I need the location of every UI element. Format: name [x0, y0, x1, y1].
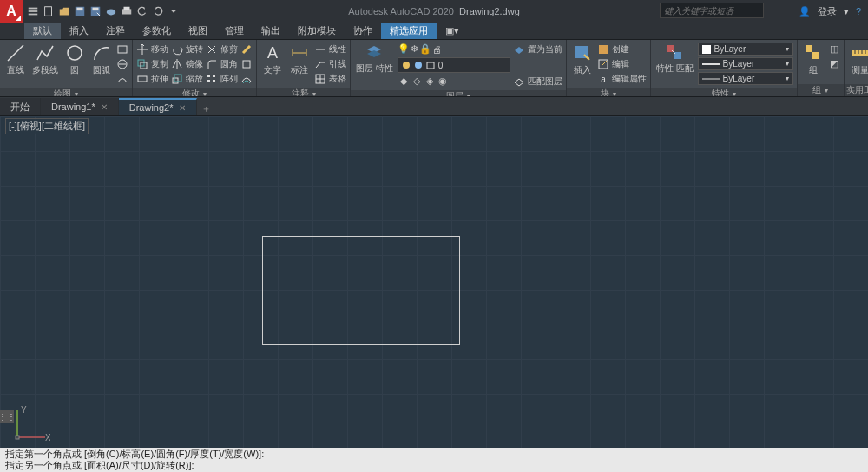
app-switcher-icon[interactable]: ▾ — [844, 6, 849, 17]
drawn-rectangle[interactable] — [262, 236, 460, 345]
edit-attr-button[interactable]: a编辑属性 — [597, 72, 647, 85]
tab-collab[interactable]: 协作 — [345, 23, 381, 39]
panel-label-group[interactable]: 组 — [798, 84, 844, 96]
tab-default[interactable]: 默认 — [24, 23, 61, 39]
new-icon[interactable] — [42, 4, 56, 18]
tab-output[interactable]: 输出 — [253, 23, 289, 39]
file-tab-drawing2[interactable]: Drawing2*✕ — [119, 98, 197, 115]
copy-button[interactable]: 复制 — [136, 57, 168, 70]
save-icon[interactable] — [73, 4, 87, 18]
redo-icon[interactable] — [151, 4, 165, 18]
user-icon[interactable]: 👤 — [799, 6, 811, 17]
create-block-button[interactable]: 创建 — [597, 43, 647, 56]
cmd-line-2: 指定另一个角点或 [面积(A)/尺寸(D)/旋转(R)]: — [5, 460, 863, 471]
tab-parametric[interactable]: 参数化 — [134, 23, 180, 39]
layer-uniso-icon[interactable]: ◇ — [411, 75, 423, 88]
rotate-button[interactable]: 旋转 — [171, 43, 203, 56]
match-props-button[interactable]: 特性 匹配 — [654, 43, 695, 73]
measure-button[interactable]: 测量 — [848, 43, 868, 76]
layer-freeze2-icon[interactable]: ◉ — [437, 75, 449, 88]
drawing-canvas[interactable]: [-][俯视][二维线框] Y X ⋮⋮ — [0, 116, 868, 448]
text-button[interactable]: A文字 — [260, 43, 285, 76]
panel-label-layer[interactable]: 图层 — [351, 90, 566, 97]
tab-view[interactable]: 视图 — [180, 23, 216, 39]
undo-icon[interactable] — [135, 4, 149, 18]
plot-icon[interactable] — [120, 4, 134, 18]
saveas-icon[interactable] — [89, 4, 102, 18]
svg-rect-19 — [173, 78, 178, 83]
fillet-button[interactable]: 圆角 — [206, 57, 238, 70]
search-input[interactable] — [660, 3, 764, 18]
trim-button[interactable]: 修剪 — [206, 43, 238, 56]
table-button[interactable]: 表格 — [314, 72, 346, 85]
tab-annotate[interactable]: 注释 — [97, 23, 134, 39]
ellipse-icon[interactable] — [116, 72, 128, 85]
view-label[interactable]: [-][俯视][二维线框] — [5, 118, 89, 134]
panel-annotate: A文字 标注 线性 引线 表格 注释 — [257, 40, 351, 96]
layer-freeze-icon[interactable]: ❄ — [411, 43, 418, 55]
layer-props-button[interactable]: 图层 特性 — [354, 43, 395, 73]
linear-dim-button[interactable]: 线性 — [314, 43, 346, 56]
close-icon[interactable]: ✕ — [179, 103, 186, 113]
line-button[interactable]: 直线 — [3, 43, 28, 76]
match-layer-button[interactable]: 匹配图层 — [513, 75, 562, 88]
file-tab-drawing1[interactable]: Drawing1*✕ — [41, 98, 119, 115]
dimension-button[interactable]: 标注 — [287, 43, 312, 76]
login-label[interactable]: 登录 — [818, 5, 837, 18]
move-button[interactable]: 移动 — [136, 43, 168, 56]
tab-overflow-icon[interactable]: ▣▾ — [437, 23, 468, 38]
linetype-select[interactable]: ByLayer — [698, 72, 793, 85]
layer-off-icon[interactable]: ◈ — [424, 75, 436, 88]
erase-icon[interactable] — [240, 43, 253, 56]
group-edit-icon[interactable]: ◩ — [828, 57, 840, 70]
explode-icon[interactable] — [240, 57, 253, 70]
new-tab-button[interactable]: ＋ — [197, 102, 216, 115]
help-icon[interactable]: ? — [856, 6, 861, 16]
hatch-icon[interactable] — [116, 57, 128, 70]
layer-iso-icon[interactable]: ◆ — [398, 75, 410, 88]
layer-plot-icon[interactable]: 🖨 — [432, 44, 442, 55]
panel-label-block[interactable]: 块 — [567, 88, 650, 97]
cloud-icon[interactable] — [104, 4, 118, 18]
rectangle-icon[interactable] — [116, 43, 128, 56]
ungroup-icon[interactable]: ◫ — [828, 43, 840, 56]
panel-label-properties[interactable]: 特性 — [651, 88, 797, 97]
lineweight-select[interactable]: ByLayer — [698, 57, 793, 70]
cmd-handle-icon[interactable]: ⋮⋮ — [0, 410, 14, 423]
scale-button[interactable]: 缩放 — [171, 72, 203, 85]
app-logo[interactable]: A — [0, 0, 23, 23]
title-text: Autodesk AutoCAD 2020 Drawing2.dwg — [348, 6, 520, 16]
panel-label-utils[interactable]: 实用工具 — [845, 84, 868, 96]
stretch-button[interactable]: 拉伸 — [136, 72, 168, 85]
open-icon[interactable] — [57, 4, 71, 18]
layer-lock-icon[interactable]: 🔒 — [419, 43, 431, 55]
qat-menu-icon[interactable] — [26, 4, 40, 18]
insert-block-button[interactable]: 插入 — [570, 43, 595, 76]
close-icon[interactable]: ✕ — [101, 102, 108, 112]
circle-button[interactable]: 圆 — [62, 43, 87, 76]
ribbon: 直线 多段线 圆 圆弧 绘图 移动 复制 拉伸 旋转 镜像 缩放 — [0, 40, 868, 97]
offset-icon[interactable] — [240, 72, 253, 85]
panel-layer: 图层 特性 💡 ❄ 🔒 🖨 0 ◆ ◇ ◈ — [351, 40, 567, 96]
arc-button[interactable]: 圆弧 — [89, 43, 114, 76]
tab-featured[interactable]: 精选应用 — [381, 23, 437, 39]
color-select[interactable]: ByLayer — [698, 43, 793, 56]
array-button[interactable]: 阵列 — [206, 72, 238, 85]
layer-select[interactable]: 0 — [398, 57, 510, 73]
tab-addons[interactable]: 附加模块 — [289, 23, 345, 39]
panel-label-annotate[interactable]: 注释 — [257, 88, 350, 97]
make-current-button[interactable]: 置为当前 — [513, 43, 562, 56]
polyline-button[interactable]: 多段线 — [30, 43, 60, 76]
group-button[interactable]: 组 — [801, 43, 825, 76]
mirror-button[interactable]: 镜像 — [171, 57, 203, 70]
leader-button[interactable]: 引线 — [314, 57, 346, 70]
tab-insert[interactable]: 插入 — [61, 23, 97, 39]
edit-block-button[interactable]: 编辑 — [597, 57, 647, 70]
panel-label-draw[interactable]: 绘图 — [0, 88, 132, 97]
file-tab-start[interactable]: 开始 — [0, 98, 41, 115]
tab-manage[interactable]: 管理 — [216, 23, 253, 39]
layer-on-icon[interactable]: 💡 — [398, 43, 410, 55]
qat-dropdown-icon[interactable] — [167, 4, 181, 18]
command-line[interactable]: 指定第一个角点或 [倒角(C)/标高(E)/圆角(F)/厚度(T)/宽度(W)]… — [0, 448, 868, 472]
panel-label-modify[interactable]: 修改 — [133, 88, 256, 97]
